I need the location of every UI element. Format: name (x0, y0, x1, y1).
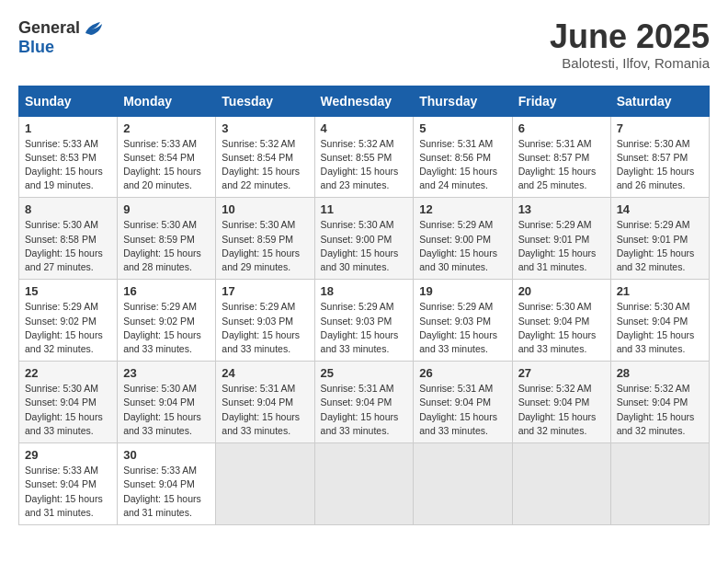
day-number: 22 (25, 366, 111, 380)
day-number: 19 (419, 284, 506, 298)
cell-info: Sunrise: 5:29 AM Sunset: 9:03 PM Dayligh… (321, 300, 408, 356)
week-row-2: 8Sunrise: 5:30 AM Sunset: 8:58 PM Daylig… (19, 198, 710, 280)
calendar-cell: 21Sunrise: 5:30 AM Sunset: 9:04 PM Dayli… (610, 280, 709, 362)
calendar-cell: 28Sunrise: 5:32 AM Sunset: 9:04 PM Dayli… (610, 362, 709, 443)
logo: General Blue (18, 18, 104, 57)
day-number: 20 (518, 284, 605, 298)
week-row-3: 15Sunrise: 5:29 AM Sunset: 9:02 PM Dayli… (19, 280, 710, 362)
calendar-cell: 30Sunrise: 5:33 AM Sunset: 9:04 PM Dayli… (118, 443, 216, 525)
cell-info: Sunrise: 5:29 AM Sunset: 9:03 PM Dayligh… (222, 300, 308, 356)
day-number: 13 (518, 202, 605, 216)
calendar-cell: 22Sunrise: 5:30 AM Sunset: 9:04 PM Dayli… (19, 362, 118, 443)
day-number: 24 (222, 366, 308, 380)
month-title: June 2025 (550, 18, 710, 55)
calendar-cell: 17Sunrise: 5:29 AM Sunset: 9:03 PM Dayli… (216, 280, 314, 362)
calendar-cell (414, 443, 512, 525)
logo-blue-text: Blue (18, 38, 54, 57)
cell-info: Sunrise: 5:33 AM Sunset: 8:53 PM Dayligh… (25, 137, 111, 193)
calendar-cell (216, 443, 314, 525)
week-row-1: 1Sunrise: 5:33 AM Sunset: 8:53 PM Daylig… (19, 116, 710, 198)
title-block: June 2025 Balotesti, Ilfov, Romania (550, 18, 710, 71)
cell-info: Sunrise: 5:29 AM Sunset: 9:02 PM Dayligh… (25, 300, 111, 356)
cell-info: Sunrise: 5:32 AM Sunset: 8:55 PM Dayligh… (321, 137, 408, 193)
day-number: 11 (321, 202, 408, 216)
calendar-cell: 12Sunrise: 5:29 AM Sunset: 9:00 PM Dayli… (414, 198, 512, 280)
calendar-cell: 24Sunrise: 5:31 AM Sunset: 9:04 PM Dayli… (216, 362, 314, 443)
page-header: General Blue June 2025 Balotesti, Ilfov,… (18, 18, 710, 71)
calendar-cell (512, 443, 610, 525)
calendar-cell (610, 443, 709, 525)
week-row-4: 22Sunrise: 5:30 AM Sunset: 9:04 PM Dayli… (19, 362, 710, 443)
location-text: Balotesti, Ilfov, Romania (550, 55, 710, 71)
day-number: 21 (617, 284, 703, 298)
day-number: 2 (123, 121, 210, 135)
day-number: 23 (123, 366, 210, 380)
day-number: 10 (222, 202, 308, 216)
cell-info: Sunrise: 5:33 AM Sunset: 9:04 PM Dayligh… (123, 464, 210, 520)
calendar-cell: 11Sunrise: 5:30 AM Sunset: 9:00 PM Dayli… (314, 198, 414, 280)
cell-info: Sunrise: 5:30 AM Sunset: 8:59 PM Dayligh… (123, 218, 210, 274)
calendar-cell: 23Sunrise: 5:30 AM Sunset: 9:04 PM Dayli… (118, 362, 216, 443)
calendar-cell: 8Sunrise: 5:30 AM Sunset: 8:58 PM Daylig… (19, 198, 118, 280)
calendar-cell: 16Sunrise: 5:29 AM Sunset: 9:02 PM Dayli… (118, 280, 216, 362)
cell-info: Sunrise: 5:29 AM Sunset: 9:03 PM Dayligh… (419, 300, 506, 356)
day-number: 30 (123, 448, 210, 462)
day-number: 3 (222, 121, 308, 135)
cell-info: Sunrise: 5:32 AM Sunset: 9:04 PM Dayligh… (617, 382, 703, 438)
calendar-cell: 13Sunrise: 5:29 AM Sunset: 9:01 PM Dayli… (512, 198, 610, 280)
day-number: 25 (321, 366, 408, 380)
cell-info: Sunrise: 5:29 AM Sunset: 9:02 PM Dayligh… (123, 300, 210, 356)
calendar-cell: 20Sunrise: 5:30 AM Sunset: 9:04 PM Dayli… (512, 280, 610, 362)
calendar-cell: 18Sunrise: 5:29 AM Sunset: 9:03 PM Dayli… (314, 280, 414, 362)
header-saturday: Saturday (610, 86, 709, 116)
calendar-table: Sunday Monday Tuesday Wednesday Thursday… (18, 86, 710, 525)
day-number: 6 (518, 121, 605, 135)
calendar-cell: 10Sunrise: 5:30 AM Sunset: 8:59 PM Dayli… (216, 198, 314, 280)
cell-info: Sunrise: 5:33 AM Sunset: 9:04 PM Dayligh… (25, 464, 111, 520)
calendar-cell: 3Sunrise: 5:32 AM Sunset: 8:54 PM Daylig… (216, 116, 314, 198)
calendar-cell (314, 443, 414, 525)
calendar-cell: 6Sunrise: 5:31 AM Sunset: 8:57 PM Daylig… (512, 116, 610, 198)
day-number: 16 (123, 284, 210, 298)
calendar-cell: 26Sunrise: 5:31 AM Sunset: 9:04 PM Dayli… (414, 362, 512, 443)
day-number: 12 (419, 202, 506, 216)
header-sunday: Sunday (19, 86, 118, 116)
logo-general-text: General (18, 18, 80, 38)
calendar-cell: 27Sunrise: 5:32 AM Sunset: 9:04 PM Dayli… (512, 362, 610, 443)
day-number: 7 (617, 121, 703, 135)
day-number: 29 (25, 448, 111, 462)
day-number: 9 (123, 202, 210, 216)
cell-info: Sunrise: 5:31 AM Sunset: 9:04 PM Dayligh… (222, 382, 308, 438)
cell-info: Sunrise: 5:30 AM Sunset: 9:04 PM Dayligh… (518, 300, 605, 356)
day-number: 4 (321, 121, 408, 135)
day-number: 14 (617, 202, 703, 216)
calendar-cell: 2Sunrise: 5:33 AM Sunset: 8:54 PM Daylig… (118, 116, 216, 198)
calendar-cell: 19Sunrise: 5:29 AM Sunset: 9:03 PM Dayli… (414, 280, 512, 362)
cell-info: Sunrise: 5:30 AM Sunset: 9:04 PM Dayligh… (617, 300, 703, 356)
day-number: 27 (518, 366, 605, 380)
day-number: 26 (419, 366, 506, 380)
cell-info: Sunrise: 5:29 AM Sunset: 9:01 PM Dayligh… (518, 218, 605, 274)
calendar-cell: 9Sunrise: 5:30 AM Sunset: 8:59 PM Daylig… (118, 198, 216, 280)
cell-info: Sunrise: 5:30 AM Sunset: 8:57 PM Dayligh… (617, 137, 703, 193)
cell-info: Sunrise: 5:32 AM Sunset: 9:04 PM Dayligh… (518, 382, 605, 438)
cell-info: Sunrise: 5:30 AM Sunset: 9:04 PM Dayligh… (25, 382, 111, 438)
header-tuesday: Tuesday (216, 86, 314, 116)
header-thursday: Thursday (414, 86, 512, 116)
cell-info: Sunrise: 5:30 AM Sunset: 9:04 PM Dayligh… (123, 382, 210, 438)
calendar-cell: 14Sunrise: 5:29 AM Sunset: 9:01 PM Dayli… (610, 198, 709, 280)
calendar-cell: 29Sunrise: 5:33 AM Sunset: 9:04 PM Dayli… (19, 443, 118, 525)
day-number: 15 (25, 284, 111, 298)
calendar-cell: 1Sunrise: 5:33 AM Sunset: 8:53 PM Daylig… (19, 116, 118, 198)
cell-info: Sunrise: 5:29 AM Sunset: 9:00 PM Dayligh… (419, 218, 506, 274)
day-number: 18 (321, 284, 408, 298)
calendar-cell: 5Sunrise: 5:31 AM Sunset: 8:56 PM Daylig… (414, 116, 512, 198)
calendar-header-row: Sunday Monday Tuesday Wednesday Thursday… (19, 86, 710, 116)
calendar-cell: 15Sunrise: 5:29 AM Sunset: 9:02 PM Dayli… (19, 280, 118, 362)
week-row-5: 29Sunrise: 5:33 AM Sunset: 9:04 PM Dayli… (19, 443, 710, 525)
cell-info: Sunrise: 5:31 AM Sunset: 8:57 PM Dayligh… (518, 137, 605, 193)
cell-info: Sunrise: 5:30 AM Sunset: 8:59 PM Dayligh… (222, 218, 308, 274)
calendar-cell: 7Sunrise: 5:30 AM Sunset: 8:57 PM Daylig… (610, 116, 709, 198)
cell-info: Sunrise: 5:31 AM Sunset: 9:04 PM Dayligh… (419, 382, 506, 438)
logo-bird-icon (84, 20, 104, 37)
